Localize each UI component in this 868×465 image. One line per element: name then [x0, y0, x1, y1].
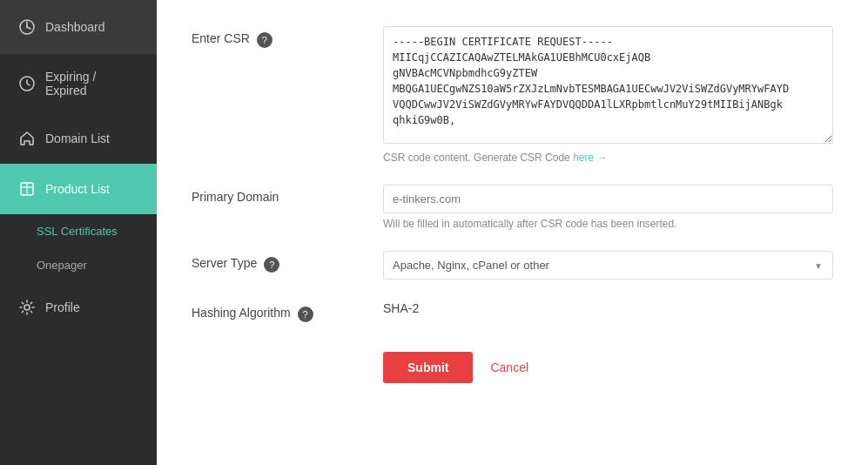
- csr-label: Enter CSR: [192, 31, 250, 45]
- sidebar: Dashboard Expiring / Expired Domain List: [0, 0, 157, 465]
- hashing-algorithm-help-icon[interactable]: ?: [298, 307, 313, 322]
- ssl-certificates-label: SSL Certificates: [37, 225, 118, 238]
- sidebar-sub-menu: SSL Certificates Onepager: [0, 214, 157, 282]
- primary-domain-input[interactable]: [383, 185, 833, 213]
- hashing-algorithm-label-col: Hashing Algorithm ?: [192, 300, 383, 322]
- primary-domain-row: Primary Domain Will be filled in automat…: [192, 185, 833, 230]
- hashing-algorithm-control-col: SHA-2: [383, 300, 833, 316]
- sidebar-item-profile[interactable]: Profile: [0, 282, 157, 333]
- csr-hint: CSR code content. Generate CSR Code here…: [383, 152, 833, 164]
- sidebar-sub-item-onepager[interactable]: Onepager: [0, 248, 157, 282]
- server-type-row: Server Type ? Apache, Nginx, cPanel or o…: [192, 251, 833, 280]
- hashing-algorithm-label: Hashing Algorithm: [192, 306, 291, 320]
- csr-control-col: -----BEGIN CERTIFICATE REQUEST----- MIIC…: [383, 26, 833, 164]
- main-content: Enter CSR ? -----BEGIN CERTIFICATE REQUE…: [157, 0, 868, 465]
- sidebar-item-product-list[interactable]: Product List: [0, 164, 157, 214]
- server-type-help-icon[interactable]: ?: [264, 257, 279, 273]
- csr-label-col: Enter CSR ?: [192, 26, 383, 48]
- svg-point-1: [26, 26, 28, 28]
- sidebar-sub-item-ssl[interactable]: SSL Certificates: [0, 214, 157, 248]
- form-actions: Submit Cancel: [383, 352, 833, 383]
- box-icon: [17, 179, 37, 199]
- sidebar-label-profile: Profile: [45, 300, 80, 314]
- onepager-label: Onepager: [37, 259, 87, 272]
- server-type-select[interactable]: Apache, Nginx, cPanel or other Apache Ng…: [383, 251, 833, 280]
- primary-domain-hint: Will be filled in automatically after CS…: [383, 218, 833, 230]
- csr-help-icon[interactable]: ?: [257, 32, 273, 48]
- sidebar-item-dashboard[interactable]: Dashboard: [0, 0, 157, 54]
- sidebar-label-product-list: Product List: [45, 182, 110, 196]
- home-icon: [17, 129, 37, 148]
- hashing-algorithm-row: Hashing Algorithm ? SHA-2: [192, 300, 833, 322]
- server-type-label: Server Type: [192, 256, 257, 270]
- sidebar-label-dashboard: Dashboard: [45, 20, 105, 34]
- csr-hint-text: CSR code content. Generate CSR Code: [383, 152, 570, 164]
- cancel-button[interactable]: Cancel: [490, 361, 528, 374]
- sidebar-label-domain-list: Domain List: [45, 131, 110, 145]
- sidebar-item-domain-list[interactable]: Domain List: [0, 113, 157, 164]
- server-type-control-col: Apache, Nginx, cPanel or other Apache Ng…: [383, 251, 833, 280]
- gear-icon: [17, 298, 37, 317]
- primary-domain-label-col: Primary Domain: [192, 185, 383, 204]
- csr-textarea[interactable]: -----BEGIN CERTIFICATE REQUEST----- MIIC…: [383, 26, 833, 144]
- dashboard-icon: [17, 17, 37, 37]
- server-type-select-wrapper: Apache, Nginx, cPanel or other Apache Ng…: [383, 251, 833, 280]
- svg-point-4: [24, 305, 30, 310]
- primary-domain-label: Primary Domain: [192, 190, 279, 204]
- hashing-algorithm-value: SHA-2: [383, 296, 419, 315]
- submit-button[interactable]: Submit: [383, 352, 473, 383]
- sidebar-label-expiring: Expiring / Expired: [45, 70, 139, 98]
- csr-row: Enter CSR ? -----BEGIN CERTIFICATE REQUE…: [192, 26, 833, 164]
- csr-generate-link[interactable]: here →: [573, 152, 607, 164]
- primary-domain-control-col: Will be filled in automatically after CS…: [383, 185, 833, 230]
- sidebar-item-expiring-expired[interactable]: Expiring / Expired: [0, 54, 157, 113]
- clock-icon: [17, 74, 37, 93]
- server-type-label-col: Server Type ?: [192, 251, 383, 273]
